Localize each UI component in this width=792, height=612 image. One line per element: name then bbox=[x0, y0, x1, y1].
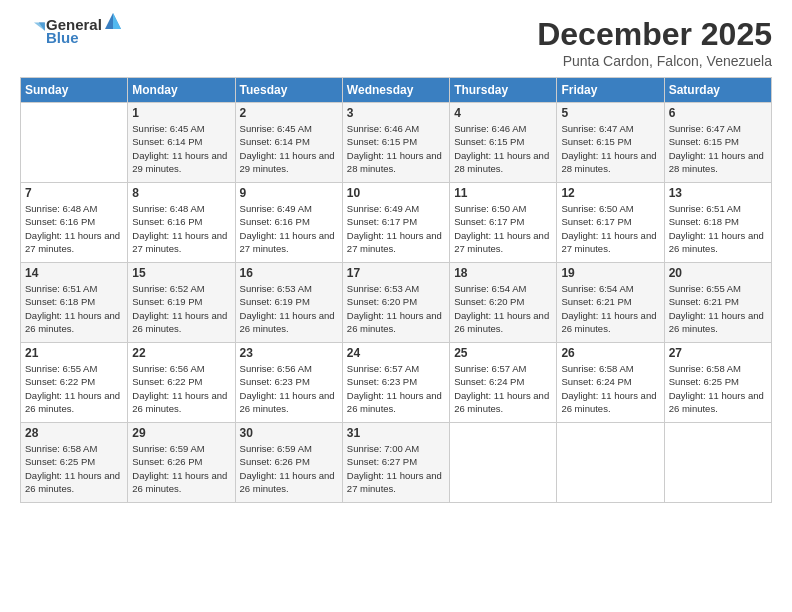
daylight: Daylight: 11 hours and 27 minutes. bbox=[561, 229, 659, 256]
table-row: 10 Sunrise: 6:49 AM Sunset: 6:17 PM Dayl… bbox=[342, 183, 449, 263]
logo: General Blue bbox=[20, 16, 124, 46]
day-info: Sunrise: 6:54 AM Sunset: 6:20 PM Dayligh… bbox=[454, 282, 552, 335]
sunrise: Sunrise: 6:47 AM bbox=[669, 122, 767, 135]
daylight: Daylight: 11 hours and 27 minutes. bbox=[347, 229, 445, 256]
sunrise: Sunrise: 6:54 AM bbox=[454, 282, 552, 295]
table-row: 20 Sunrise: 6:55 AM Sunset: 6:21 PM Dayl… bbox=[664, 263, 771, 343]
day-info: Sunrise: 6:53 AM Sunset: 6:19 PM Dayligh… bbox=[240, 282, 338, 335]
table-row: 18 Sunrise: 6:54 AM Sunset: 6:20 PM Dayl… bbox=[450, 263, 557, 343]
table-row: 1 Sunrise: 6:45 AM Sunset: 6:14 PM Dayli… bbox=[128, 103, 235, 183]
day-number: 30 bbox=[240, 426, 338, 440]
table-row: 4 Sunrise: 6:46 AM Sunset: 6:15 PM Dayli… bbox=[450, 103, 557, 183]
svg-marker-4 bbox=[113, 13, 121, 29]
table-row: 26 Sunrise: 6:58 AM Sunset: 6:24 PM Dayl… bbox=[557, 343, 664, 423]
day-info: Sunrise: 6:59 AM Sunset: 6:26 PM Dayligh… bbox=[132, 442, 230, 495]
daylight: Daylight: 11 hours and 29 minutes. bbox=[240, 149, 338, 176]
day-info: Sunrise: 6:54 AM Sunset: 6:21 PM Dayligh… bbox=[561, 282, 659, 335]
sunrise: Sunrise: 6:50 AM bbox=[561, 202, 659, 215]
day-info: Sunrise: 6:56 AM Sunset: 6:23 PM Dayligh… bbox=[240, 362, 338, 415]
day-number: 29 bbox=[132, 426, 230, 440]
day-number: 24 bbox=[347, 346, 445, 360]
daylight: Daylight: 11 hours and 26 minutes. bbox=[347, 309, 445, 336]
month-title: December 2025 bbox=[537, 16, 772, 53]
day-number: 4 bbox=[454, 106, 552, 120]
sunrise: Sunrise: 6:57 AM bbox=[347, 362, 445, 375]
sunset: Sunset: 6:20 PM bbox=[347, 295, 445, 308]
table-row: 6 Sunrise: 6:47 AM Sunset: 6:15 PM Dayli… bbox=[664, 103, 771, 183]
table-row: 28 Sunrise: 6:58 AM Sunset: 6:25 PM Dayl… bbox=[21, 423, 128, 503]
table-row: 19 Sunrise: 6:54 AM Sunset: 6:21 PM Dayl… bbox=[557, 263, 664, 343]
sunset: Sunset: 6:26 PM bbox=[240, 455, 338, 468]
table-row: 5 Sunrise: 6:47 AM Sunset: 6:15 PM Dayli… bbox=[557, 103, 664, 183]
sunset: Sunset: 6:19 PM bbox=[132, 295, 230, 308]
table-row: 29 Sunrise: 6:59 AM Sunset: 6:26 PM Dayl… bbox=[128, 423, 235, 503]
table-row: 24 Sunrise: 6:57 AM Sunset: 6:23 PM Dayl… bbox=[342, 343, 449, 423]
daylight: Daylight: 11 hours and 26 minutes. bbox=[561, 389, 659, 416]
sunset: Sunset: 6:17 PM bbox=[347, 215, 445, 228]
day-number: 16 bbox=[240, 266, 338, 280]
table-row bbox=[21, 103, 128, 183]
sunrise: Sunrise: 7:00 AM bbox=[347, 442, 445, 455]
sunrise: Sunrise: 6:52 AM bbox=[132, 282, 230, 295]
table-row: 25 Sunrise: 6:57 AM Sunset: 6:24 PM Dayl… bbox=[450, 343, 557, 423]
day-number: 31 bbox=[347, 426, 445, 440]
page-header: General Blue December 2025 Punta Cardon,… bbox=[20, 16, 772, 69]
sunrise: Sunrise: 6:59 AM bbox=[240, 442, 338, 455]
sunrise: Sunrise: 6:55 AM bbox=[669, 282, 767, 295]
header-sunday: Sunday bbox=[21, 78, 128, 103]
daylight: Daylight: 11 hours and 27 minutes. bbox=[240, 229, 338, 256]
sunset: Sunset: 6:24 PM bbox=[454, 375, 552, 388]
header-tuesday: Tuesday bbox=[235, 78, 342, 103]
sunset: Sunset: 6:23 PM bbox=[240, 375, 338, 388]
daylight: Daylight: 11 hours and 26 minutes. bbox=[25, 309, 123, 336]
daylight: Daylight: 11 hours and 27 minutes. bbox=[454, 229, 552, 256]
table-row bbox=[450, 423, 557, 503]
sunrise: Sunrise: 6:46 AM bbox=[454, 122, 552, 135]
daylight: Daylight: 11 hours and 28 minutes. bbox=[454, 149, 552, 176]
day-number: 8 bbox=[132, 186, 230, 200]
day-number: 25 bbox=[454, 346, 552, 360]
sunset: Sunset: 6:26 PM bbox=[132, 455, 230, 468]
sunrise: Sunrise: 6:47 AM bbox=[561, 122, 659, 135]
sunrise: Sunrise: 6:49 AM bbox=[347, 202, 445, 215]
day-info: Sunrise: 6:58 AM Sunset: 6:24 PM Dayligh… bbox=[561, 362, 659, 415]
day-number: 20 bbox=[669, 266, 767, 280]
day-info: Sunrise: 6:57 AM Sunset: 6:24 PM Dayligh… bbox=[454, 362, 552, 415]
sunrise: Sunrise: 6:58 AM bbox=[561, 362, 659, 375]
table-row: 27 Sunrise: 6:58 AM Sunset: 6:25 PM Dayl… bbox=[664, 343, 771, 423]
day-info: Sunrise: 6:58 AM Sunset: 6:25 PM Dayligh… bbox=[669, 362, 767, 415]
day-number: 11 bbox=[454, 186, 552, 200]
sunrise: Sunrise: 6:53 AM bbox=[347, 282, 445, 295]
day-info: Sunrise: 6:58 AM Sunset: 6:25 PM Dayligh… bbox=[25, 442, 123, 495]
table-row: 12 Sunrise: 6:50 AM Sunset: 6:17 PM Dayl… bbox=[557, 183, 664, 263]
table-row: 13 Sunrise: 6:51 AM Sunset: 6:18 PM Dayl… bbox=[664, 183, 771, 263]
daylight: Daylight: 11 hours and 26 minutes. bbox=[240, 309, 338, 336]
day-number: 28 bbox=[25, 426, 123, 440]
day-info: Sunrise: 6:51 AM Sunset: 6:18 PM Dayligh… bbox=[669, 202, 767, 255]
sunset: Sunset: 6:27 PM bbox=[347, 455, 445, 468]
day-info: Sunrise: 6:47 AM Sunset: 6:15 PM Dayligh… bbox=[669, 122, 767, 175]
header-thursday: Thursday bbox=[450, 78, 557, 103]
daylight: Daylight: 11 hours and 26 minutes. bbox=[132, 469, 230, 496]
sunset: Sunset: 6:25 PM bbox=[25, 455, 123, 468]
day-info: Sunrise: 6:49 AM Sunset: 6:17 PM Dayligh… bbox=[347, 202, 445, 255]
sunrise: Sunrise: 6:56 AM bbox=[240, 362, 338, 375]
day-number: 7 bbox=[25, 186, 123, 200]
sunset: Sunset: 6:16 PM bbox=[25, 215, 123, 228]
day-info: Sunrise: 6:46 AM Sunset: 6:15 PM Dayligh… bbox=[454, 122, 552, 175]
header-monday: Monday bbox=[128, 78, 235, 103]
logo-icon bbox=[22, 17, 46, 41]
sunrise: Sunrise: 6:48 AM bbox=[25, 202, 123, 215]
calendar-header: Sunday Monday Tuesday Wednesday Thursday… bbox=[21, 78, 772, 103]
day-info: Sunrise: 6:47 AM Sunset: 6:15 PM Dayligh… bbox=[561, 122, 659, 175]
sunrise: Sunrise: 6:54 AM bbox=[561, 282, 659, 295]
header-wednesday: Wednesday bbox=[342, 78, 449, 103]
day-info: Sunrise: 6:57 AM Sunset: 6:23 PM Dayligh… bbox=[347, 362, 445, 415]
sunset: Sunset: 6:22 PM bbox=[132, 375, 230, 388]
daylight: Daylight: 11 hours and 26 minutes. bbox=[25, 469, 123, 496]
logo-text: General Blue bbox=[46, 16, 124, 46]
sunrise: Sunrise: 6:55 AM bbox=[25, 362, 123, 375]
daylight: Daylight: 11 hours and 28 minutes. bbox=[669, 149, 767, 176]
sunset: Sunset: 6:21 PM bbox=[669, 295, 767, 308]
sunset: Sunset: 6:18 PM bbox=[25, 295, 123, 308]
